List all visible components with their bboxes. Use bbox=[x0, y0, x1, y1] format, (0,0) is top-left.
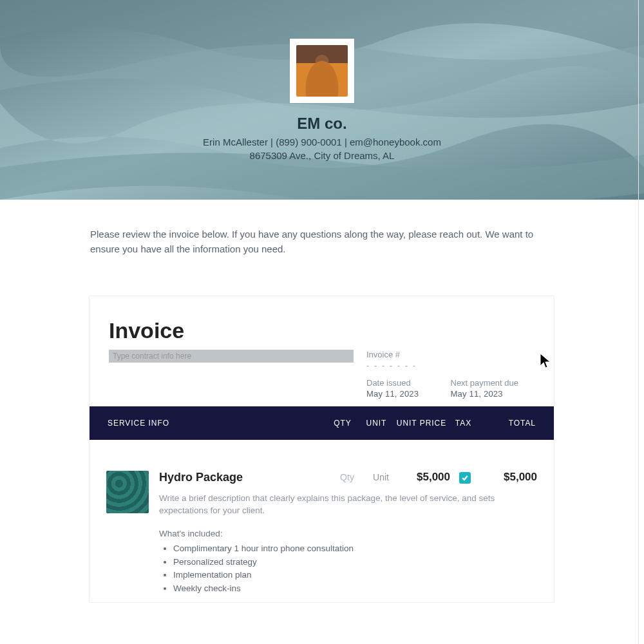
item-tax-cell bbox=[450, 471, 479, 483]
line-item: Hydro Package Qty Unit $5,000 $5,000 Wri… bbox=[90, 440, 554, 603]
col-service-info: SERVICE INFO bbox=[108, 419, 327, 428]
invoice-number-label: Invoice # bbox=[366, 350, 451, 359]
included-label: What's included: bbox=[159, 529, 537, 538]
tax-checkbox[interactable] bbox=[459, 472, 471, 484]
next-payment-label: Next payment due bbox=[451, 378, 535, 388]
header-banner: EM co. Erin McAllester | (899) 900-0001 … bbox=[0, 0, 644, 200]
company-logo-image bbox=[296, 45, 348, 97]
col-unit: UNIT bbox=[359, 419, 394, 428]
included-item: Personalized strategy bbox=[173, 556, 537, 569]
invoice-title: Invoice bbox=[109, 318, 535, 343]
item-qty-input[interactable]: Qty bbox=[331, 472, 363, 482]
company-logo bbox=[290, 39, 354, 103]
date-issued-label: Date issued bbox=[366, 378, 451, 388]
col-tax: TAX bbox=[449, 419, 478, 428]
col-qty: QTY bbox=[327, 419, 359, 428]
item-description[interactable]: Write a brief description that clearly e… bbox=[159, 492, 537, 517]
invoice-meta: Invoice # - - - - - - - Date issued May … bbox=[366, 350, 535, 399]
item-unit-input[interactable]: Unit bbox=[363, 472, 399, 482]
company-address: 8675309 Ave., City of Dreams, AL bbox=[0, 150, 644, 161]
contract-info-input[interactable]: Type contract info here bbox=[109, 350, 354, 363]
included-item: Complimentary 1 hour intro phone consult… bbox=[173, 542, 537, 556]
invoice-table-header: SERVICE INFO QTY UNIT UNIT PRICE TAX TOT… bbox=[90, 406, 554, 440]
included-item: Implementation plan bbox=[173, 569, 537, 582]
col-unit-price: UNIT PRICE bbox=[394, 419, 449, 428]
intro-paragraph: Please review the invoice below. If you … bbox=[90, 227, 554, 257]
col-total: TOTAL bbox=[478, 419, 536, 428]
invoice-card: Invoice Type contract info here Invoice … bbox=[89, 296, 554, 603]
included-list: Complimentary 1 hour intro phone consult… bbox=[173, 542, 537, 596]
date-issued-value: May 11, 2023 bbox=[366, 389, 451, 399]
item-unit-price[interactable]: $5,000 bbox=[399, 471, 450, 484]
included-item: Weekly check-ins bbox=[173, 582, 537, 596]
check-icon bbox=[461, 474, 469, 482]
company-contact-line: Erin McAllester | (899) 900-0001 | em@ho… bbox=[0, 137, 644, 147]
next-payment-value: May 11, 2023 bbox=[451, 389, 535, 399]
item-name[interactable]: Hydro Package bbox=[159, 471, 331, 484]
invoice-number-value: - - - - - - - bbox=[366, 361, 451, 370]
company-name: EM co. bbox=[0, 115, 644, 133]
item-thumbnail bbox=[106, 471, 149, 513]
item-total: $5,000 bbox=[479, 471, 537, 484]
